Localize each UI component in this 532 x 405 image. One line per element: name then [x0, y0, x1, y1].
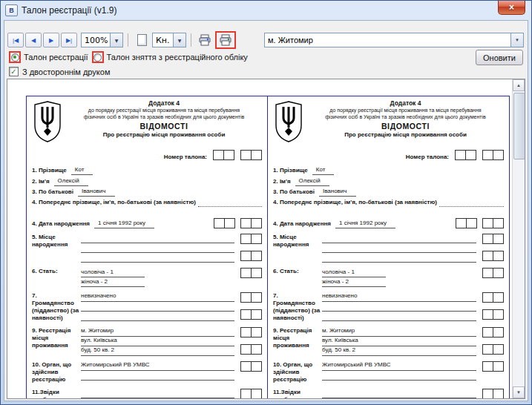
next-page-button[interactable]: ▶ — [43, 33, 59, 47]
page-orientation-button[interactable] — [133, 33, 151, 47]
highlight-box — [215, 31, 236, 49]
blank-line — [322, 253, 476, 263]
code-cells — [240, 150, 262, 160]
form-field-citizenship: 7. Громадянство (підданство) (за наявнос… — [32, 292, 262, 322]
form-field-registration: 9. Реєстрація місця проживання м. Житоми… — [273, 327, 504, 356]
vertical-scrollbar[interactable]: ▲ ▼ — [512, 79, 525, 398]
trident-emblem-icon — [274, 101, 303, 145]
form-header-text: Додаток 4 до порядку реєстрації місця пр… — [66, 99, 262, 138]
field-label: 6. Стать: — [273, 268, 321, 287]
scroll-down-button[interactable]: ▼ — [513, 386, 525, 398]
last-page-button[interactable]: ▶| — [61, 33, 77, 47]
print-setup-button[interactable] — [196, 33, 214, 47]
form-field-sex: 6. Стать: чоловіча - 1 жіноча - 2 — [32, 268, 262, 287]
field-write-area: м. Житомир вул. Київська буд. 50 кв. 2 — [81, 327, 234, 356]
form-field-birth-date: 4. Дата народження 1 січня 1992 року — [273, 218, 504, 228]
form-field-authority: 10. Орган, що здійснив реєстрацію Житоми… — [32, 361, 262, 383]
code-cells — [482, 234, 504, 244]
talon-type-options: Талон реєстрації Талон зняття з реєстрац… — [9, 51, 248, 63]
chevron-down-icon: ▼ — [173, 33, 185, 47]
dotted-fill-line — [439, 199, 504, 207]
appendix-title: Додаток 4 — [307, 99, 504, 107]
sex-option-male: чоловіча - 1 — [81, 268, 145, 277]
form-field-previous-name: 4. Попереднє прізвище, ім'я, по-батькові… — [32, 198, 262, 207]
trident-emblem-icon — [33, 101, 62, 145]
appendix-title: Додаток 4 — [66, 99, 262, 107]
talon-number-label: Номер талона: — [164, 154, 207, 160]
form-field-name: 2. Ім'я Олексій — [273, 177, 504, 186]
code-cells — [240, 251, 262, 261]
field-value: вул. Київська — [322, 337, 476, 346]
code-cells — [482, 218, 504, 228]
blank-line — [81, 371, 234, 381]
refresh-button-label: Оновити — [483, 53, 516, 62]
code-cells-column — [240, 292, 262, 322]
appendix-text: до порядку реєстрації місця проживання т… — [83, 108, 245, 120]
blank-line — [322, 312, 476, 321]
code-cells-column — [240, 268, 262, 287]
chevron-down-icon: ▼ — [510, 33, 523, 47]
code-cells-column — [482, 361, 504, 383]
check-icon: ✓ — [10, 68, 16, 76]
print-setup-icon — [198, 34, 211, 46]
code-cells — [482, 361, 504, 372]
code-cells — [482, 268, 504, 278]
form-title: ВІДОМОСТІ — [307, 122, 504, 131]
form-field-name: 2. Ім'я Олексій — [32, 177, 262, 186]
form-field-birth-date: 4. Дата народження 1 січня 1992 року — [32, 218, 262, 228]
duplex-checkbox-row[interactable]: ✓ З двостороннім друком — [9, 67, 110, 76]
code-cells — [240, 327, 262, 338]
registration-form: Додаток 4 до порядку реєстрації місця пр… — [26, 96, 510, 399]
toolbar-separator — [191, 33, 191, 47]
form-field-patronymic: 3. По батькові Іванович — [273, 187, 504, 197]
field-write-area — [81, 389, 234, 400]
field-write-area — [322, 389, 476, 400]
code-cells — [240, 234, 262, 244]
form-header-text: Додаток 4 до порядку реєстрації місця пр… — [307, 99, 504, 138]
talon-number-row: Номер талона: — [273, 150, 504, 160]
field-label: 1. Прізвище — [273, 166, 308, 175]
code-cells — [482, 292, 504, 303]
print-button[interactable] — [217, 33, 234, 47]
dotted-fill-line — [198, 199, 262, 207]
client-area: |◀ ◀ ▶ ▶| 100% ▼ Кн. ▼ — [4, 20, 528, 401]
first-page-button[interactable]: |◀ — [7, 33, 24, 47]
scroll-up-button[interactable]: ▲ — [513, 79, 525, 91]
highlight-box — [9, 51, 21, 63]
blank-line — [81, 253, 234, 263]
radio-button-icon — [93, 53, 102, 62]
radio-label: Талон реєстрації — [24, 53, 88, 62]
blank-line — [81, 312, 234, 321]
field-label: 3. По батькові — [273, 188, 315, 197]
radio-talon-registration[interactable]: Талон реєстрації — [9, 51, 88, 63]
radio-talon-deregistration[interactable]: Талон зняття з реєстраційного обліку — [92, 51, 248, 63]
field-write-area: чоловіча - 1 жіноча - 2 — [81, 268, 234, 287]
close-button[interactable]: × — [498, 1, 525, 15]
chevron-down-icon: ▼ — [110, 33, 122, 47]
refresh-button[interactable]: Оновити — [476, 50, 523, 65]
checkbox-icon: ✓ — [9, 67, 19, 76]
field-label: 10. Орган, що здійснив реєстрацію — [273, 361, 321, 383]
last-icon: ▶| — [66, 37, 72, 44]
city-value: м. Житомир — [265, 36, 510, 45]
previous-page-button[interactable]: ◀ — [25, 33, 42, 47]
scrollbar-thumb[interactable] — [513, 93, 525, 159]
code-cells — [240, 344, 262, 355]
code-cells-column — [240, 389, 262, 400]
dropdown-glyph: ▼ — [515, 38, 519, 42]
field-label: 9. Реєстрація місця проживання — [273, 327, 321, 356]
blank-line — [322, 371, 476, 381]
city-select[interactable]: м. Житомир ▼ — [264, 33, 524, 47]
code-cells — [482, 327, 504, 338]
code-cells — [456, 218, 477, 228]
blank-line — [81, 243, 234, 253]
titlebar[interactable]: В Талон реєстрації (v1.9) × — [1, 1, 531, 20]
print-preview-panel[interactable]: Додаток 4 до порядку реєстрації місця пр… — [7, 79, 525, 399]
code-cells — [482, 150, 504, 160]
form-header: Додаток 4 до порядку реєстрації місця пр… — [32, 99, 262, 147]
code-cells — [240, 268, 262, 278]
zoom-select[interactable]: 100% ▼ — [81, 33, 123, 47]
form-field-sex: 6. Стать: чоловіча - 1 жіноча - 2 — [273, 268, 504, 287]
blank-line — [81, 234, 234, 243]
orientation-select[interactable]: Кн. ▼ — [152, 33, 186, 47]
